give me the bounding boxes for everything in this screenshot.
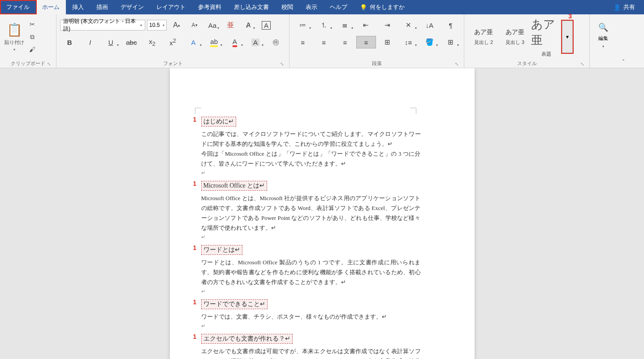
annotation-1: 1 — [193, 180, 197, 187]
ruby-icon: 亜 — [227, 21, 234, 30]
tab-home[interactable]: ホーム — [36, 0, 66, 14]
show-marks-button[interactable]: ¶ — [441, 19, 460, 31]
italic-button[interactable]: I — [81, 36, 99, 48]
styles-more-button[interactable]: ▾ — [562, 21, 573, 53]
line-spacing-button[interactable]: ↕≡ — [399, 36, 418, 48]
margin-marker — [410, 108, 416, 114]
body-text[interactable]: ワードでは、文書、チラシ、ポスター、様々なものが作成できます。↵ — [201, 312, 421, 322]
paste-button[interactable]: 📋 貼り付け ▾ — [4, 16, 25, 57]
lightbulb-icon: 💡 — [360, 4, 367, 11]
body-text[interactable]: 今回は「Microsoft Office とは」「ワードとは」「ワードでできるこ… — [201, 149, 421, 169]
heading[interactable]: ワードとは↵ — [201, 245, 242, 255]
multilevel-icon: ≣ — [342, 21, 348, 29]
tab-insert[interactable]: 挿入 — [66, 0, 90, 14]
tell-me-search[interactable]: 💡 何をしますか — [360, 3, 405, 11]
chevron-down-icon: ▾ — [13, 48, 15, 52]
tab-view[interactable]: 表示 — [299, 0, 324, 14]
copy-button[interactable]: ⧉ — [27, 32, 38, 42]
cut-button[interactable]: ✂ — [27, 19, 38, 29]
superscript-icon: x2 — [169, 38, 176, 47]
style-heading2[interactable]: あア亜 見出し 2 — [468, 21, 499, 53]
dialog-launcher-icon[interactable]: ⤡ — [46, 61, 52, 67]
shrink-font-button[interactable]: A▾ — [186, 19, 203, 31]
superscript-button[interactable]: x2 — [163, 36, 182, 48]
indent-icon: ⇥ — [385, 21, 390, 29]
change-case-icon: Aa — [208, 22, 216, 29]
style-title[interactable]: あア亜 表題 — [531, 21, 562, 53]
group-font: 游明朝 (本文のフォント - 日本語)▾ 10.5▾ A▴ A▾ Aa 亜 A̷… — [56, 14, 290, 68]
paragraph-mark: ↵ — [201, 233, 421, 241]
text-effects-icon: A — [191, 39, 196, 46]
enclose-characters-button[interactable]: ㊕ — [267, 36, 285, 48]
phonetic-guide-button[interactable]: 亜 — [222, 19, 238, 31]
style-heading3[interactable]: あア亜 見出し 3 — [499, 21, 531, 53]
font-name-combo[interactable]: 游明朝 (本文のフォント - 日本語)▾ — [60, 20, 145, 31]
tab-references[interactable]: 参考資料 — [192, 0, 228, 14]
tab-design[interactable]: デザイン — [114, 0, 150, 14]
align-right-button[interactable]: ≡ — [335, 36, 354, 48]
tab-help[interactable]: ヘルプ — [324, 0, 354, 14]
tab-mailings[interactable]: 差し込み文書 — [228, 0, 275, 14]
subscript-button[interactable]: x2 — [143, 36, 161, 48]
asian-layout-button[interactable]: ✕ — [399, 19, 418, 31]
justify-button[interactable]: ≡ — [356, 36, 376, 48]
group-label-paragraph: 段落⤡ — [293, 59, 460, 68]
document-area[interactable]: 1 はじめに↵ この記事では、マイクロソフトワードについてご紹介します。マイクロ… — [0, 68, 644, 359]
align-left-button[interactable]: ≡ — [293, 36, 312, 48]
grow-font-icon: A — [173, 21, 178, 29]
collapse-ribbon-button[interactable]: ˄ — [617, 14, 630, 68]
share-button[interactable]: 👤 共有 — [614, 3, 635, 11]
pilcrow-icon: ¶ — [449, 22, 452, 29]
strikethrough-button[interactable]: abc — [122, 36, 141, 48]
find-button[interactable]: 🔍 編集 ▾ — [594, 16, 612, 55]
heading[interactable]: はじめに↵ — [201, 117, 236, 127]
body-text[interactable]: ワードとは、Microsoft Office 製品のうちの 1 つです。主に文書… — [201, 258, 421, 287]
sort-button[interactable]: ↓A — [420, 19, 439, 31]
shading-button[interactable]: 🪣 — [420, 36, 439, 48]
heading[interactable]: Microsoft Office とは↵ — [201, 181, 268, 191]
bold-icon: B — [67, 39, 72, 46]
char-shading-button[interactable]: A — [246, 36, 265, 48]
group-paragraph: ≔ ⒈ ≣ ⇤ ⇥ ✕ ↓A ¶ ≡ ≡ ≡ ≡ ⊞ ↕≡ 🪣 — [290, 14, 464, 68]
margin-marker — [195, 108, 201, 114]
body-text[interactable]: エクセルでも文書作成は可能ですが、本来エクセルは文書作成ではなく表計算ソフトとし… — [201, 346, 421, 359]
copy-icon: ⧉ — [30, 33, 35, 41]
distribute-button[interactable]: ⊞ — [378, 36, 397, 48]
align-center-button[interactable]: ≡ — [314, 36, 333, 48]
shrink-font-icon: A — [191, 22, 195, 28]
text-effects-button[interactable]: A — [184, 36, 203, 48]
tab-draw[interactable]: 描画 — [90, 0, 114, 14]
font-color-button[interactable]: A — [225, 36, 244, 48]
search-icon: 🔍 — [598, 22, 608, 32]
dialog-launcher-icon[interactable]: ⤡ — [454, 61, 459, 67]
tab-layout[interactable]: レイアウト — [150, 0, 192, 14]
enclose-char-button[interactable]: A — [258, 19, 274, 31]
borders-button[interactable]: ⊞ — [441, 36, 460, 48]
format-painter-button[interactable]: 🖌 — [27, 44, 38, 54]
heading[interactable]: ワードでできること↵ — [201, 299, 268, 309]
tab-file[interactable]: 2 ファイル — [0, 0, 36, 14]
paragraph-mark: ↵ — [201, 322, 421, 330]
bullets-button[interactable]: ≔ — [293, 19, 312, 31]
bullets-icon: ≔ — [299, 21, 306, 29]
body-text[interactable]: Microsoft Office とは、Microsoft 社が提供するビジネス… — [201, 193, 421, 233]
multilevel-button[interactable]: ≣ — [335, 19, 354, 31]
heading[interactable]: エクセルでも文書が作れる？↵ — [201, 334, 293, 344]
sort-icon: ↓A — [426, 22, 434, 29]
grow-font-button[interactable]: A▴ — [169, 19, 185, 31]
dialog-launcher-icon[interactable]: ⤡ — [279, 61, 285, 67]
strike-icon: abc — [126, 39, 137, 46]
clear-formatting-button[interactable]: A̷ — [240, 19, 256, 31]
font-size-combo[interactable]: 10.5▾ — [147, 20, 167, 31]
highlight-button[interactable]: ab — [205, 36, 224, 48]
body-text[interactable]: この記事では、マイクロソフトワードについてご紹介します。マイクロソフトワードに関… — [201, 129, 421, 149]
bold-button[interactable]: B — [60, 36, 79, 48]
decrease-indent-button[interactable]: ⇤ — [356, 19, 376, 31]
underline-button[interactable]: U — [101, 36, 120, 48]
dialog-launcher-icon[interactable]: ⤡ — [579, 61, 585, 67]
numbering-button[interactable]: ⒈ — [314, 19, 333, 31]
increase-indent-button[interactable]: ⇥ — [378, 19, 397, 31]
tab-review[interactable]: 校閲 — [275, 0, 299, 14]
change-case-button[interactable]: Aa — [204, 19, 220, 31]
circle-icon: ㊕ — [272, 38, 279, 47]
